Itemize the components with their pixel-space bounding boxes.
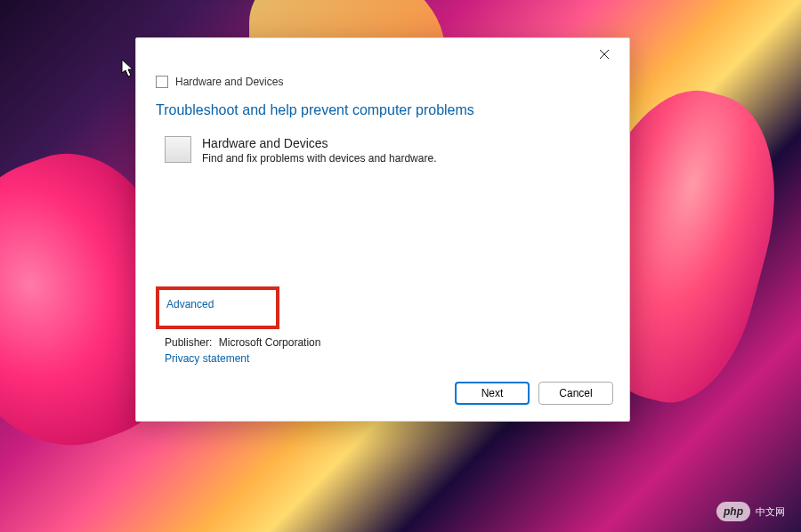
hardware-section: Hardware and Devices Find and fix proble… bbox=[156, 136, 610, 165]
publisher-label: Publisher: bbox=[165, 336, 212, 349]
cancel-button[interactable]: Cancel bbox=[538, 382, 613, 405]
mouse-cursor bbox=[121, 59, 135, 82]
watermark-text: 中文网 bbox=[756, 505, 785, 519]
watermark: php 中文网 bbox=[716, 502, 785, 521]
dialog-header-title: Hardware and Devices bbox=[175, 76, 283, 88]
footer-area: Advanced Publisher: Microsoft Corporatio… bbox=[156, 286, 512, 366]
publisher-row: Publisher: Microsoft Corporation bbox=[156, 336, 512, 349]
button-bar: Next Cancel bbox=[455, 382, 613, 405]
main-heading: Troubleshoot and help prevent computer p… bbox=[156, 102, 610, 118]
device-icon bbox=[165, 136, 191, 163]
highlight-box: Advanced bbox=[156, 286, 279, 329]
publisher-value: Microsoft Corporation bbox=[219, 336, 321, 349]
troubleshooter-icon bbox=[156, 76, 168, 88]
next-button[interactable]: Next bbox=[455, 382, 530, 405]
titlebar bbox=[136, 38, 629, 70]
section-description: Find and fix problems with devices and h… bbox=[202, 152, 436, 165]
troubleshooter-dialog: Hardware and Devices Troubleshoot and he… bbox=[135, 37, 630, 422]
close-icon bbox=[600, 50, 609, 59]
privacy-statement-link[interactable]: Privacy statement bbox=[156, 352, 249, 365]
advanced-link[interactable]: Advanced bbox=[166, 298, 214, 310]
close-button[interactable] bbox=[585, 41, 624, 68]
dialog-header: Hardware and Devices bbox=[136, 70, 629, 88]
dialog-content: Troubleshoot and help prevent computer p… bbox=[136, 88, 629, 165]
section-heading: Hardware and Devices bbox=[202, 136, 436, 150]
watermark-badge: php bbox=[716, 502, 750, 521]
